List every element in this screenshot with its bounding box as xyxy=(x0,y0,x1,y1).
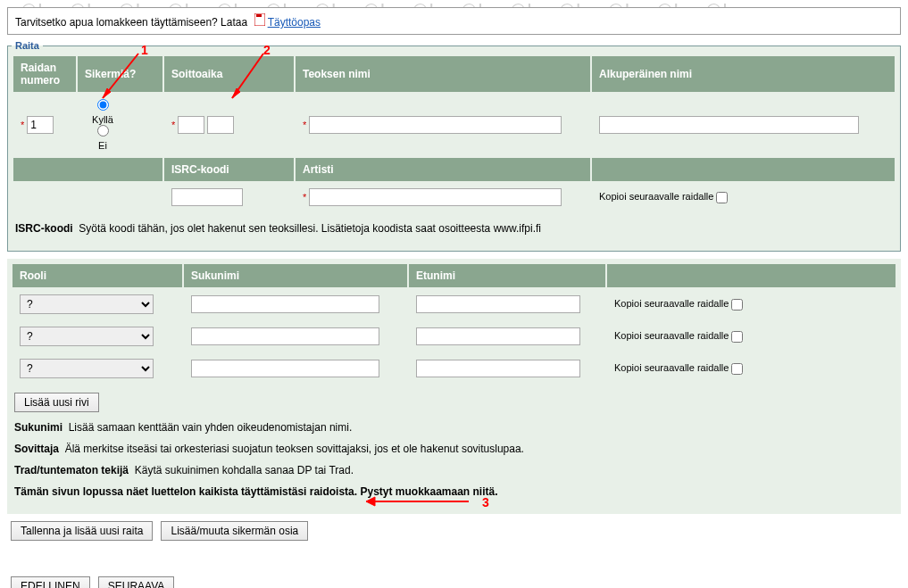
col-artisti: Artisti xyxy=(296,158,590,181)
raidan-numero-input[interactable] xyxy=(27,116,54,134)
col-sukunimi: Sukunimi xyxy=(184,264,407,287)
col-soittoaika: Soittoaika xyxy=(164,56,294,92)
copy-label: Kopioi seuraavalle raidalle xyxy=(614,298,729,309)
rooli-select[interactable]: ? xyxy=(20,359,154,378)
required-marker: * xyxy=(21,120,24,130)
copy-role-checkbox[interactable] xyxy=(731,363,743,375)
note-sukunimi-label: Sukunimi xyxy=(14,421,62,434)
soittoaika-sec-input[interactable] xyxy=(207,116,234,134)
roles-fieldset: Rooli Sukunimi Etunimi ? Kopioi seuraava… xyxy=(7,259,901,514)
note-sovittaja-label: Sovittaja xyxy=(14,443,59,455)
sikermia-ei-radio[interactable] xyxy=(97,125,109,137)
note-footer: Tämän sivun lopussa näet luettelon kaiki… xyxy=(14,485,498,498)
col-etunimi: Etunimi xyxy=(409,264,605,287)
raita-legend: Raita xyxy=(12,40,43,51)
help-text: Tarvitsetko apua lomakkeen täyttämiseen?… xyxy=(15,16,247,29)
soittoaika-min-input[interactable] xyxy=(178,116,204,134)
sikermia-ei-label: Ei xyxy=(85,140,121,151)
alkuperainen-nimi-input[interactable] xyxy=(599,116,859,134)
col-rooli: Rooli xyxy=(12,264,182,287)
etunimi-input[interactable] xyxy=(416,360,580,377)
copy-label: Kopioi seuraavalle raidalle xyxy=(614,330,729,341)
isrc-note-label: ISRC-koodi xyxy=(15,222,73,235)
copy-label: Kopioi seuraavalle raidalle xyxy=(599,191,713,202)
sikermia-kylla-label: Kyllä xyxy=(85,114,121,125)
note-sovittaja-text: Älä merkitse itseäsi tai orkesteriasi su… xyxy=(65,443,524,455)
roles-table: Rooli Sukunimi Etunimi ? Kopioi seuraava… xyxy=(11,262,897,385)
rooli-select[interactable]: ? xyxy=(20,294,154,314)
required-marker: * xyxy=(303,120,306,130)
sikermia-kylla-radio[interactable] xyxy=(97,99,109,111)
lisaa-rivi-button[interactable]: Lisää uusi rivi xyxy=(14,393,99,412)
required-marker: * xyxy=(171,120,175,130)
help-box: Tarvitsetko apua lomakkeen täyttämiseen?… xyxy=(7,7,901,35)
sukunimi-input[interactable] xyxy=(191,360,379,377)
copy-role-checkbox[interactable] xyxy=(731,299,743,311)
copy-label: Kopioi seuraavalle raidalle xyxy=(614,362,729,373)
teoksen-nimi-input[interactable] xyxy=(309,116,562,134)
raita-fieldset: Raita Raidan numero Sikermiä? Soittoaika… xyxy=(7,40,901,252)
artisti-input[interactable] xyxy=(309,188,562,206)
svg-rect-1 xyxy=(256,14,262,17)
help-link[interactable]: Täyttöopas xyxy=(268,16,321,29)
isrc-note-text: Syötä koodi tähän, jos olet hakenut sen … xyxy=(79,222,541,235)
col-raidan-numero: Raidan numero xyxy=(13,56,76,92)
role-notes: Sukunimi Lisää samaan kenttään vain yhde… xyxy=(11,412,897,510)
pdf-icon xyxy=(254,16,268,29)
col-teoksen-nimi: Teoksen nimi xyxy=(296,56,590,92)
col-sikermia: Sikermiä? xyxy=(78,56,162,92)
required-marker: * xyxy=(303,192,306,203)
role-row: ? Kopioi seuraavalle raidalle xyxy=(12,353,896,384)
copy-role-checkbox[interactable] xyxy=(731,331,743,343)
etunimi-input[interactable] xyxy=(416,295,580,313)
role-row: ? Kopioi seuraavalle raidalle xyxy=(12,289,896,319)
note-trad-text: Käytä sukuinimen kohdalla sanaa DP tai T… xyxy=(135,464,354,476)
seuraava-button[interactable]: SEURAAVA xyxy=(98,576,175,588)
role-row: ? Kopioi seuraavalle raidalle xyxy=(12,321,896,352)
edellinen-button[interactable]: EDELLINEN xyxy=(11,576,90,588)
note-trad-label: Trad/tuntematon tekijä xyxy=(14,464,129,476)
col-isrc: ISRC-koodi xyxy=(164,158,294,181)
sukunimi-input[interactable] xyxy=(191,327,379,345)
tallenna-button[interactable]: Tallenna ja lisää uusi raita xyxy=(11,521,153,541)
track-table: Raidan numero Sikermiä? Soittoaika Teoks… xyxy=(12,54,896,213)
isrc-input[interactable] xyxy=(171,188,243,206)
isrc-info: ISRC-koodi Syötä koodi tähän, jos olet h… xyxy=(12,213,896,247)
note-sukunimi-text: Lisää samaan kenttään vain yhden oikeude… xyxy=(69,421,353,434)
sukunimi-input[interactable] xyxy=(191,295,379,313)
sikerma-button[interactable]: Lisää/muuta sikermän osia xyxy=(161,521,308,541)
etunimi-input[interactable] xyxy=(416,327,580,345)
copy-artisti-checkbox[interactable] xyxy=(716,192,728,203)
rooli-select[interactable]: ? xyxy=(20,327,154,346)
col-alkuperainen: Alkuperäinen nimi xyxy=(592,56,895,92)
